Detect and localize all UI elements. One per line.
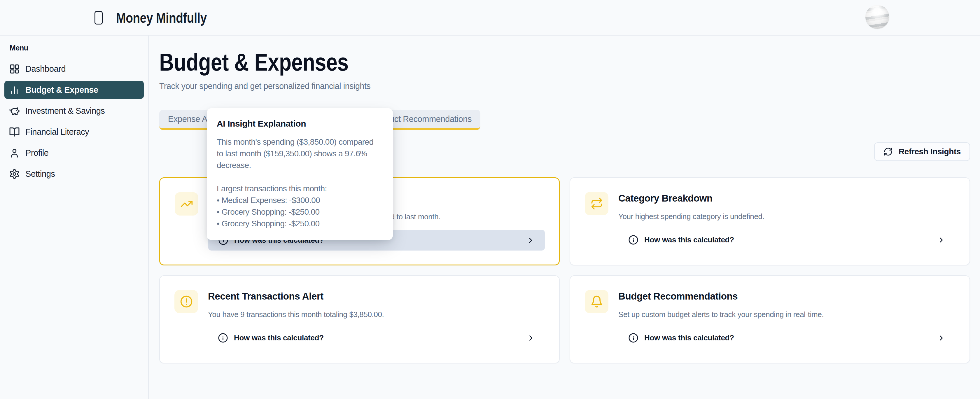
sidebar-item-settings[interactable]: Settings bbox=[5, 165, 144, 183]
sidebar-nav: Dashboard Budget & Expense Investment & … bbox=[5, 60, 144, 183]
card-title: Budget Recommendations bbox=[618, 290, 956, 303]
refresh-icon bbox=[883, 147, 893, 156]
repeat-icon bbox=[585, 192, 608, 215]
info-icon bbox=[218, 333, 228, 343]
how-calculated-button[interactable]: How was this calculated? bbox=[618, 229, 956, 250]
app-header: Money Mindfully bbox=[0, 0, 980, 36]
sidebar-item-dashboard[interactable]: Dashboard bbox=[5, 60, 144, 78]
book-open-icon bbox=[9, 127, 20, 137]
sidebar-item-budget-expense[interactable]: Budget & Expense bbox=[5, 81, 144, 99]
main-content: Budget & Expenses Track your spending an… bbox=[150, 36, 980, 399]
category-breakdown-card: Category Breakdown Your highest spending… bbox=[570, 177, 970, 265]
how-calculated-label: How was this calculated? bbox=[644, 333, 734, 342]
budget-recommendations-card: Budget Recommendations Set up custom bud… bbox=[570, 275, 970, 363]
sidebar-item-investment-savings[interactable]: Investment & Savings bbox=[5, 102, 144, 120]
sidebar-item-label: Profile bbox=[25, 148, 48, 158]
sidebar-item-label: Settings bbox=[25, 169, 55, 179]
ai-insight-tooltip: AI Insight Explanation This month's spen… bbox=[207, 108, 393, 240]
refresh-insights-label: Refresh Insights bbox=[899, 147, 961, 156]
trending-up-icon bbox=[175, 192, 198, 216]
refresh-insights-button[interactable]: Refresh Insights bbox=[874, 142, 970, 161]
page-title: Budget & Expenses bbox=[159, 48, 849, 76]
card-description: Set up custom budget alerts to track you… bbox=[618, 310, 956, 320]
info-icon bbox=[628, 333, 638, 343]
sidebar-toggle-icon[interactable] bbox=[94, 11, 103, 24]
page-subtitle: Track your spending and get personalized… bbox=[159, 81, 939, 91]
menu-label: Menu bbox=[10, 44, 148, 52]
gear-icon bbox=[9, 169, 20, 180]
dashboard-icon bbox=[9, 64, 20, 75]
card-title: Category Breakdown bbox=[618, 192, 956, 205]
chevron-right-icon bbox=[937, 334, 946, 342]
how-calculated-label: How was this calculated? bbox=[234, 333, 324, 342]
sidebar-item-label: Budget & Expense bbox=[25, 85, 98, 95]
chevron-right-icon bbox=[527, 334, 535, 342]
piggy-bank-icon bbox=[9, 106, 20, 116]
sidebar-item-profile[interactable]: Profile bbox=[5, 144, 144, 162]
bar-chart-icon bbox=[9, 84, 20, 95]
bell-icon bbox=[585, 290, 608, 313]
user-icon bbox=[9, 148, 20, 158]
how-calculated-button[interactable]: How was this calculated? bbox=[618, 327, 956, 348]
app-title: Money Mindfully bbox=[116, 10, 207, 26]
sidebar-item-financial-literacy[interactable]: Financial Literacy bbox=[5, 123, 144, 141]
sidebar-item-label: Financial Literacy bbox=[25, 127, 89, 137]
card-title: Recent Transactions Alert bbox=[208, 290, 545, 303]
sidebar-item-label: Dashboard bbox=[25, 64, 65, 74]
how-calculated-label: How was this calculated? bbox=[644, 235, 734, 245]
tooltip-body: This month's spending ($3,850.00) compar… bbox=[217, 136, 383, 229]
recent-transactions-card: Recent Transactions Alert You have 9 tra… bbox=[159, 275, 560, 363]
avatar[interactable] bbox=[865, 5, 889, 29]
tooltip-title: AI Insight Explanation bbox=[217, 119, 383, 129]
info-icon bbox=[628, 235, 638, 245]
sidebar: Menu Dashboard Budget & Expense Investme… bbox=[0, 36, 149, 399]
chevron-right-icon bbox=[526, 236, 535, 245]
card-description: You have 9 transactions this month total… bbox=[208, 310, 545, 320]
how-calculated-button[interactable]: How was this calculated? bbox=[208, 327, 545, 348]
chevron-right-icon bbox=[937, 236, 946, 245]
sidebar-item-label: Investment & Savings bbox=[25, 106, 105, 116]
card-description: Your highest spending category is undefi… bbox=[618, 211, 956, 221]
alert-circle-icon bbox=[174, 290, 198, 313]
